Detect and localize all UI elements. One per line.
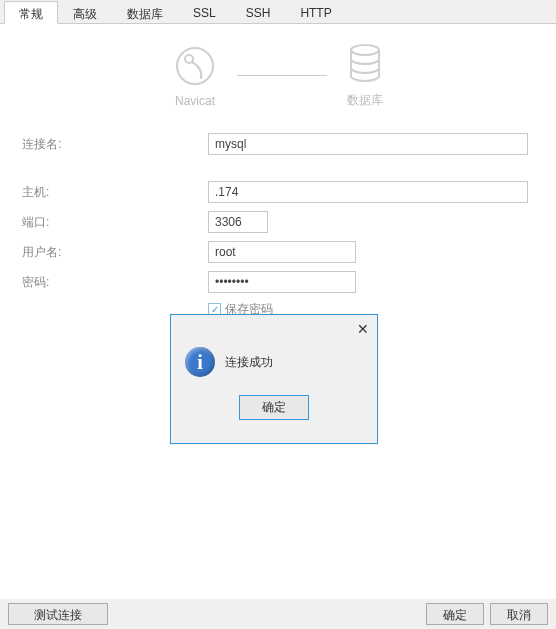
dialog-body: i 连接成功 bbox=[171, 315, 377, 387]
navicat-icon-col: Navicat bbox=[173, 44, 217, 108]
port-label: 端口: bbox=[20, 214, 208, 231]
connector-line bbox=[237, 75, 327, 76]
message-dialog: ✕ i 连接成功 确定 bbox=[170, 314, 378, 444]
svg-point-0 bbox=[177, 48, 213, 84]
close-icon[interactable]: ✕ bbox=[357, 321, 369, 337]
row-connection-name: 连接名: bbox=[20, 133, 536, 155]
header-graphic: Navicat 数据库 bbox=[20, 34, 536, 125]
host-label: 主机: bbox=[20, 184, 208, 201]
tab-content: Navicat 数据库 连接名: 主机: 端口: bbox=[0, 24, 556, 599]
row-username: 用户名: bbox=[20, 241, 536, 263]
host-input[interactable] bbox=[208, 181, 528, 203]
svg-point-1 bbox=[185, 55, 193, 63]
connection-name-label: 连接名: bbox=[20, 136, 208, 153]
navicat-icon bbox=[173, 44, 217, 88]
tab-http[interactable]: HTTP bbox=[285, 1, 346, 24]
tab-ssl[interactable]: SSL bbox=[178, 1, 231, 24]
database-icon bbox=[347, 42, 383, 86]
database-label: 数据库 bbox=[347, 92, 383, 109]
svg-point-2 bbox=[351, 45, 379, 55]
test-connection-button[interactable]: 测试连接 bbox=[8, 603, 108, 625]
tab-ssh[interactable]: SSH bbox=[231, 1, 286, 24]
tab-advanced[interactable]: 高级 bbox=[58, 1, 112, 24]
tab-bar: 常规 高级 数据库 SSL SSH HTTP bbox=[0, 0, 556, 24]
row-port: 端口: bbox=[20, 211, 536, 233]
connection-name-input[interactable] bbox=[208, 133, 528, 155]
tab-database[interactable]: 数据库 bbox=[112, 1, 178, 24]
dialog-message: 连接成功 bbox=[225, 354, 273, 371]
ok-button[interactable]: 确定 bbox=[426, 603, 484, 625]
username-label: 用户名: bbox=[20, 244, 208, 261]
password-input[interactable] bbox=[208, 271, 356, 293]
row-password: 密码: bbox=[20, 271, 536, 293]
row-host: 主机: bbox=[20, 181, 536, 203]
cancel-button[interactable]: 取消 bbox=[490, 603, 548, 625]
dialog-footer: 确定 bbox=[171, 387, 377, 420]
connection-form: 连接名: 主机: 端口: 用户名: 密码: ✓ 保存密码 bbox=[20, 125, 536, 318]
password-label: 密码: bbox=[20, 274, 208, 291]
navicat-label: Navicat bbox=[175, 94, 215, 108]
tab-general[interactable]: 常规 bbox=[4, 1, 58, 24]
username-input[interactable] bbox=[208, 241, 356, 263]
db-icon-col: 数据库 bbox=[347, 42, 383, 109]
info-icon: i bbox=[185, 347, 215, 377]
port-input[interactable] bbox=[208, 211, 268, 233]
dialog-ok-button[interactable]: 确定 bbox=[239, 395, 309, 420]
bottom-bar: 测试连接 确定 取消 bbox=[0, 599, 556, 629]
